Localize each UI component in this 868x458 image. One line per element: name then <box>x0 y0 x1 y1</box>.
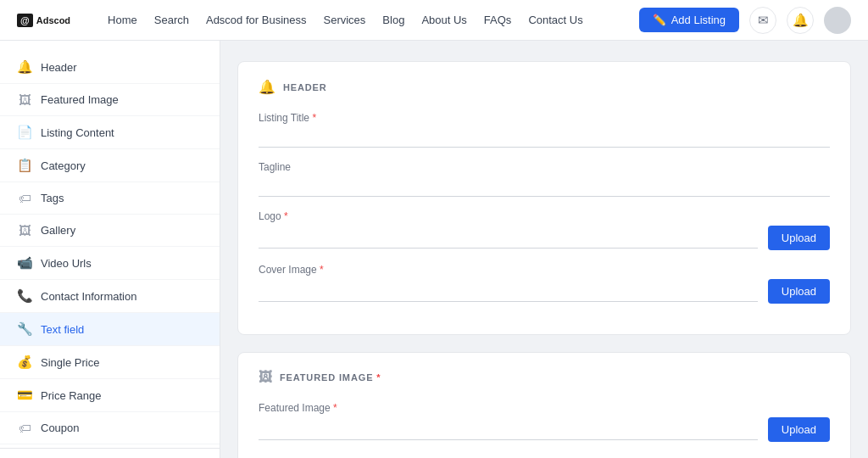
mail-icon[interactable]: ✉ <box>749 7 776 34</box>
sidebar-label-listing-content: Listing Content <box>41 126 114 139</box>
logo-label: Logo * <box>259 210 830 222</box>
featured-image-upload-button[interactable]: Upload <box>768 417 830 442</box>
sidebar-item-listing-content[interactable]: 📄 Listing Content <box>0 116 220 149</box>
navbar: @Adscod Home Search Adscod for Business … <box>0 0 868 41</box>
sidebar-item-single-price[interactable]: 💰 Single Price <box>0 346 220 379</box>
sidebar-item-gallery[interactable]: 🖼 Gallery <box>0 215 220 247</box>
cover-image-field: Cover Image * Upload <box>259 264 830 304</box>
main-content: 🔔 HEADER Listing Title * Tagline Logo * <box>220 41 868 458</box>
listing-content-icon: 📄 <box>17 125 32 140</box>
featured-image-field-required: * <box>333 402 337 414</box>
tags-icon: 🏷 <box>17 191 32 205</box>
featured-image-section-title: FEATURED IMAGE * <box>280 372 381 383</box>
cover-image-upload-row: Upload <box>259 279 830 304</box>
nav-links: Home Search Adscod for Business Services… <box>108 14 619 26</box>
nav-blog[interactable]: Blog <box>382 14 404 26</box>
gallery-icon: 🖼 <box>17 223 32 237</box>
sidebar-item-category[interactable]: 📋 Category <box>0 149 220 182</box>
sidebar-item-header[interactable]: 🔔 Header <box>0 51 220 84</box>
layout: 🔔 Header 🖼 Featured Image 📄 Listing Cont… <box>0 41 868 458</box>
sidebar-label-header: Header <box>41 61 77 74</box>
text-field-icon: 🔧 <box>17 321 32 337</box>
cover-image-input[interactable] <box>259 282 758 302</box>
sidebar-footer-my-post[interactable]: My Post <box>0 448 220 458</box>
featured-image-icon: 🖼 <box>17 92 32 107</box>
sidebar-label-text-field: Text field <box>41 323 84 336</box>
sidebar-label-tags: Tags <box>41 192 64 204</box>
header-section-title: HEADER <box>283 82 327 92</box>
brand-logo[interactable]: @Adscod <box>17 14 70 27</box>
logo-field: Logo * Upload <box>259 210 830 250</box>
nav-about[interactable]: About Us <box>421 14 466 26</box>
logo-required: * <box>284 210 288 222</box>
listing-title-label: Listing Title * <box>259 112 830 124</box>
cover-image-label: Cover Image * <box>259 264 830 276</box>
sidebar-label-video-urls: Video Urls <box>41 257 92 270</box>
header-section-icon: 🔔 <box>259 79 276 95</box>
tagline-label: Tagline <box>259 161 830 173</box>
listing-title-required: * <box>312 112 316 124</box>
single-price-icon: 💰 <box>17 355 32 370</box>
sidebar-item-price-range[interactable]: 💳 Price Range <box>0 379 220 412</box>
featured-image-field: Featured Image * Upload <box>259 402 830 442</box>
cover-image-required: * <box>320 264 324 276</box>
sidebar-item-video-urls[interactable]: 📹 Video Urls <box>0 247 220 280</box>
logo-input[interactable] <box>259 228 758 249</box>
featured-image-upload-row: Upload <box>259 417 830 442</box>
avatar[interactable] <box>824 7 851 34</box>
featured-image-required-star: * <box>376 372 381 383</box>
sidebar-label-contact-information: Contact Information <box>41 290 136 303</box>
sidebar-item-coupon[interactable]: 🏷 Coupon <box>0 412 220 444</box>
sidebar-item-featured-image[interactable]: 🖼 Featured Image <box>0 84 220 116</box>
nav-business[interactable]: Adscod for Business <box>206 14 307 26</box>
featured-image-section-header: 🖼 FEATURED IMAGE * <box>259 370 830 385</box>
featured-image-section-card: 🖼 FEATURED IMAGE * Featured Image * Uplo… <box>237 352 851 458</box>
featured-image-label: Featured Image * <box>259 402 830 414</box>
cover-image-upload-button[interactable]: Upload <box>768 279 830 304</box>
listing-title-input[interactable] <box>259 127 830 148</box>
tagline-input[interactable] <box>259 176 830 197</box>
nav-home[interactable]: Home <box>108 14 137 26</box>
nav-search[interactable]: Search <box>154 14 189 26</box>
tagline-field: Tagline <box>259 161 830 197</box>
add-listing-icon: ✏️ <box>653 14 666 26</box>
featured-image-input[interactable] <box>259 420 758 440</box>
logo-upload-row: Upload <box>259 226 830 250</box>
bell-icon[interactable]: 🔔 <box>787 7 814 34</box>
sidebar-label-coupon: Coupon <box>41 422 80 434</box>
nav-services[interactable]: Services <box>323 14 365 26</box>
sidebar-item-contact-information[interactable]: 📞 Contact Information <box>0 280 220 313</box>
nav-contact[interactable]: Contact Us <box>528 14 582 26</box>
sidebar-label-category: Category <box>41 159 86 172</box>
listing-title-field: Listing Title * <box>259 112 830 148</box>
contact-icon: 📞 <box>17 288 32 304</box>
sidebar-label-price-range: Price Range <box>41 389 102 402</box>
price-range-icon: 💳 <box>17 388 32 403</box>
video-icon: 📹 <box>17 255 32 271</box>
coupon-icon: 🏷 <box>17 421 32 435</box>
featured-image-section-icon: 🖼 <box>259 370 273 385</box>
header-icon: 🔔 <box>17 59 32 75</box>
sidebar-item-text-field[interactable]: 🔧 Text field <box>0 313 220 346</box>
category-icon: 📋 <box>17 158 32 173</box>
add-listing-button[interactable]: ✏️ Add Listing <box>639 8 739 32</box>
sidebar-label-gallery: Gallery <box>41 224 75 237</box>
nav-faqs[interactable]: FAQs <box>484 14 512 26</box>
sidebar-item-tags[interactable]: 🏷 Tags <box>0 182 220 215</box>
sidebar-label-single-price: Single Price <box>41 356 99 369</box>
nav-actions: ✏️ Add Listing ✉ 🔔 <box>639 7 851 34</box>
header-section-header: 🔔 HEADER <box>259 79 830 95</box>
logo-upload-button[interactable]: Upload <box>768 226 830 250</box>
header-section-card: 🔔 HEADER Listing Title * Tagline Logo * <box>237 61 851 335</box>
sidebar: 🔔 Header 🖼 Featured Image 📄 Listing Cont… <box>0 41 220 458</box>
sidebar-label-featured-image: Featured Image <box>41 93 119 106</box>
